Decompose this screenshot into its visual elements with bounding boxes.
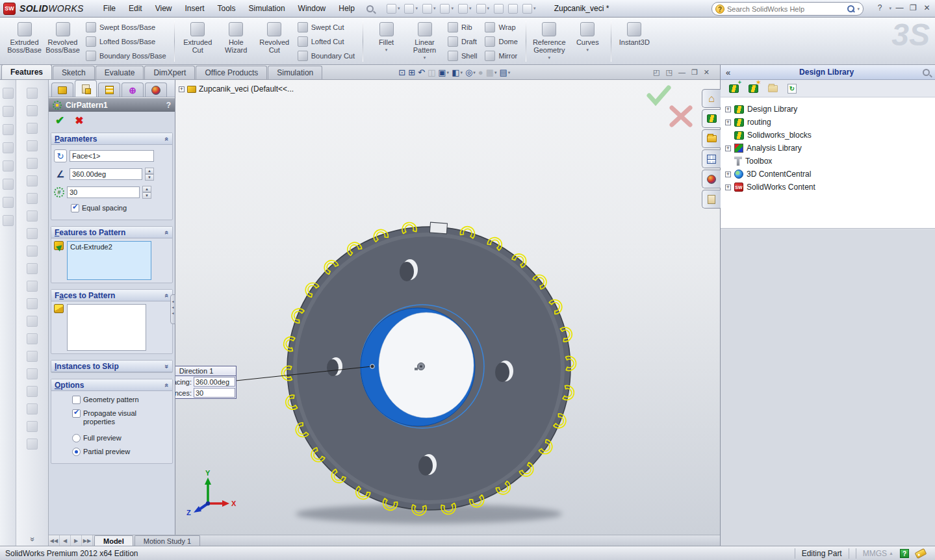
view-settings-dropdown[interactable]: ▾ <box>508 70 511 75</box>
ok-button[interactable]: ✔ <box>55 114 64 127</box>
boundary-cut-button[interactable]: Boundary Cut <box>295 49 357 62</box>
tab-office-products[interactable]: Office Products <box>196 66 267 79</box>
search-icon[interactable] <box>847 5 856 14</box>
new-document-dropdown[interactable]: ▾ <box>398 6 400 11</box>
reference-geometry-dropdown[interactable]: ▾ <box>548 55 551 60</box>
tree-item-toolbox[interactable]: Toolbox <box>723 155 932 168</box>
quick-tips-icon[interactable]: ? <box>900 549 909 558</box>
lofted-boss-base-button[interactable]: Lofted Boss/Base <box>83 34 169 48</box>
pattern-angle-field[interactable] <box>70 168 142 180</box>
tag-icon[interactable] <box>915 548 927 558</box>
model-canvas[interactable] <box>175 80 720 535</box>
previous-tab-button[interactable]: ◀ <box>60 535 71 546</box>
open-dropdown[interactable]: ▾ <box>415 6 418 11</box>
equal-spacing-checkbox[interactable] <box>71 204 79 212</box>
pin-pane-icon[interactable] <box>923 69 930 76</box>
last-tab-button[interactable]: ▶▶ <box>82 535 93 546</box>
callout-instances-value[interactable]: 30 <box>194 388 235 398</box>
minimize-icon[interactable]: — <box>894 3 905 14</box>
curves-button[interactable]: Curves▾ <box>569 19 607 63</box>
count-spinner[interactable]: ▲▼ <box>142 186 151 199</box>
tree-expand-icon[interactable] <box>179 86 185 92</box>
tree-expand-icon[interactable] <box>725 172 731 177</box>
design-library-tab[interactable] <box>702 109 721 128</box>
tree-item-analysis-library[interactable]: Analysis Library <box>723 142 932 155</box>
expand-chevron-icon[interactable]: » <box>163 364 171 368</box>
zoom-to-area-button[interactable]: ⊞ <box>408 68 415 77</box>
revolved-boss-base-button[interactable]: Revolved Boss/Base <box>44 19 82 63</box>
new-document-button[interactable]: ▾ <box>385 3 402 15</box>
shell-button[interactable]: Shell <box>445 49 480 62</box>
view-palette-tab[interactable] <box>702 149 721 168</box>
display-manager-tab[interactable] <box>145 83 167 97</box>
linear-pattern-button[interactable]: Linear Pattern▾ <box>405 19 444 63</box>
restore-child-icon[interactable]: ❐ <box>691 69 698 76</box>
units-dropdown[interactable]: MMGS▲ <box>863 549 893 558</box>
propagate-visual-properties-checkbox[interactable] <box>72 409 81 418</box>
pm-help-icon[interactable]: ? <box>166 101 171 110</box>
pattern-axis-field[interactable] <box>70 150 154 162</box>
apply-scene-dropdown[interactable]: ▾ <box>494 70 497 75</box>
pattern-count-field[interactable] <box>67 186 140 198</box>
extruded-boss-base-button[interactable]: Extruded Boss/Base <box>5 19 44 63</box>
rib-button[interactable]: Rib <box>445 20 480 34</box>
instances-to-skip-header[interactable]: Instances to Skip» <box>51 361 172 372</box>
save-button[interactable]: ▾ <box>421 3 437 15</box>
zoom-to-fit-button[interactable]: ⊡ <box>398 68 405 77</box>
feature-manager-tab[interactable] <box>51 83 73 97</box>
collapse-pane-icon[interactable]: « <box>726 68 730 77</box>
graphics-area[interactable]: Zupcanik_veci (Default<<... Direction 1 … <box>175 80 720 535</box>
view-orientation-dropdown[interactable]: ▾ <box>447 70 450 75</box>
menu-item-simulation[interactable]: Simulation <box>242 0 292 17</box>
add-file-location-button[interactable]: ✶ <box>747 82 760 95</box>
collapse-chevron-icon[interactable]: « <box>163 136 171 140</box>
geometry-pattern-checkbox[interactable] <box>72 396 81 404</box>
callout-spacing-value[interactable]: 360.00deg <box>194 377 235 387</box>
options-header[interactable]: Options« <box>51 379 172 391</box>
parameters-header[interactable]: Parameters« <box>51 133 172 145</box>
menu-item-edit[interactable]: Edit <box>122 0 149 17</box>
display-style-dropdown[interactable]: ▾ <box>460 70 463 75</box>
collapse-chevron-icon[interactable]: « <box>163 383 171 387</box>
dome-button[interactable]: Dome <box>482 34 520 48</box>
lofted-cut-button[interactable]: Lofted Cut <box>295 34 357 48</box>
tree-item-routing[interactable]: routing <box>723 116 932 129</box>
wrap-button[interactable]: Wrap <box>482 20 520 34</box>
features-to-pattern-header[interactable]: Features to Pattern« <box>51 227 172 238</box>
appearances-scenes-tab[interactable] <box>702 170 721 188</box>
refresh-button[interactable]: ↻ <box>786 82 799 95</box>
fillet-button[interactable]: Fillet▾ <box>367 19 405 63</box>
swept-cut-button[interactable]: Swept Cut <box>295 20 357 34</box>
tree-item-solidworks-content[interactable]: SWSolidWorks Content <box>723 181 932 194</box>
linear-pattern-dropdown[interactable]: ▾ <box>424 55 426 60</box>
tab-dimxpert[interactable]: DimXpert <box>144 66 195 79</box>
collapse-chevron-icon[interactable]: « <box>163 230 171 234</box>
fillet-dropdown[interactable]: ▾ <box>385 47 388 53</box>
panel-splitter-handle[interactable]: ◂ ◂ ◂ <box>170 294 175 324</box>
extruded-cut-button[interactable]: Extruded Cut <box>179 19 217 63</box>
tab-simulation[interactable]: Simulation <box>268 66 322 79</box>
faces-to-pattern-header[interactable]: Faces to Pattern« <box>51 290 172 301</box>
hide-show-items-dropdown[interactable]: ▾ <box>473 70 476 75</box>
menu-item-view[interactable]: View <box>149 0 179 17</box>
print-dropdown[interactable]: ▾ <box>451 6 454 11</box>
flyout-feature-tree[interactable]: Zupcanik_veci (Default<<... <box>179 84 294 94</box>
save-dropdown[interactable]: ▾ <box>433 6 436 11</box>
tree-item-solidworks-blocks[interactable]: Solidworks_blocks <box>723 129 932 142</box>
draft-button[interactable]: Draft <box>445 34 480 48</box>
features-to-pattern-list[interactable]: Cut-Extrude2 <box>67 241 151 280</box>
hide-show-items-button[interactable]: ◎▾ <box>465 68 476 77</box>
curves-dropdown[interactable]: ▾ <box>587 47 589 53</box>
tree-expand-icon[interactable] <box>725 120 731 125</box>
next-tab-button[interactable]: ▶ <box>71 535 82 546</box>
boundary-boss-base-button[interactable]: Boundary Boss/Base <box>83 49 169 62</box>
print-button[interactable]: ▾ <box>439 3 455 15</box>
angle-spinner[interactable]: ▲▼ <box>145 168 154 181</box>
confirmation-cancel-icon[interactable] <box>672 108 690 125</box>
faces-to-pattern-list[interactable] <box>67 304 146 351</box>
restore-icon[interactable]: ❐ <box>908 3 919 14</box>
file-explorer-tab[interactable] <box>702 129 721 148</box>
swept-boss-base-button[interactable]: Swept Boss/Base <box>83 20 169 34</box>
configuration-manager-tab[interactable] <box>98 83 120 97</box>
tree-expand-icon[interactable] <box>725 146 731 151</box>
